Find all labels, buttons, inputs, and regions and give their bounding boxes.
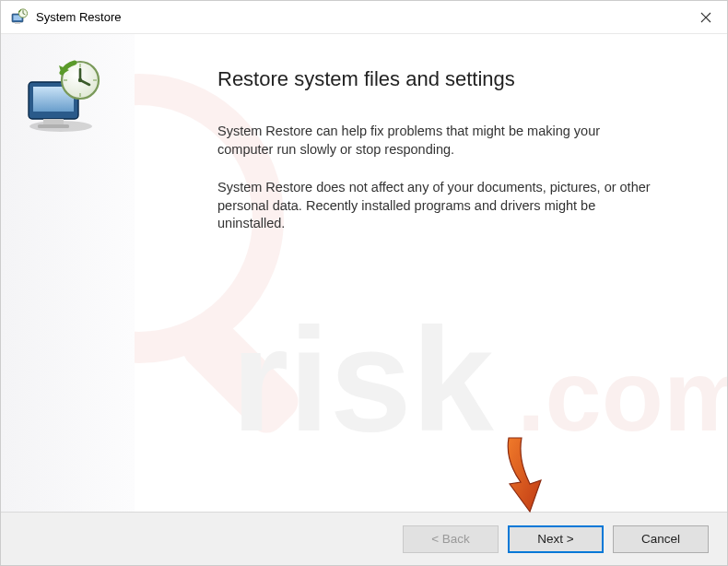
window-title: System Restore bbox=[36, 10, 685, 24]
page-heading: Restore system files and settings bbox=[217, 67, 685, 91]
next-button[interactable]: Next > bbox=[508, 525, 604, 553]
svg-rect-13 bbox=[38, 124, 69, 128]
system-restore-window: System Restore risk .com bbox=[0, 0, 728, 566]
svg-point-19 bbox=[78, 78, 82, 82]
wizard-content: Restore system files and settings System… bbox=[135, 34, 727, 512]
close-button[interactable] bbox=[685, 1, 727, 34]
svg-rect-2 bbox=[15, 22, 20, 24]
wizard-sidebar bbox=[1, 34, 135, 512]
wizard-footer: < Back Next > Cancel bbox=[1, 512, 727, 565]
svg-rect-12 bbox=[43, 119, 64, 124]
system-restore-hero-icon bbox=[23, 60, 106, 134]
intro-paragraph-1: System Restore can help fix problems tha… bbox=[217, 123, 651, 159]
cancel-button[interactable]: Cancel bbox=[613, 525, 709, 553]
app-icon bbox=[10, 8, 29, 27]
close-icon bbox=[700, 12, 711, 23]
back-button: < Back bbox=[403, 525, 499, 553]
titlebar: System Restore bbox=[1, 1, 727, 34]
dialog-body: risk .com bbox=[1, 34, 727, 512]
intro-paragraph-2: System Restore does not affect any of yo… bbox=[217, 179, 651, 233]
